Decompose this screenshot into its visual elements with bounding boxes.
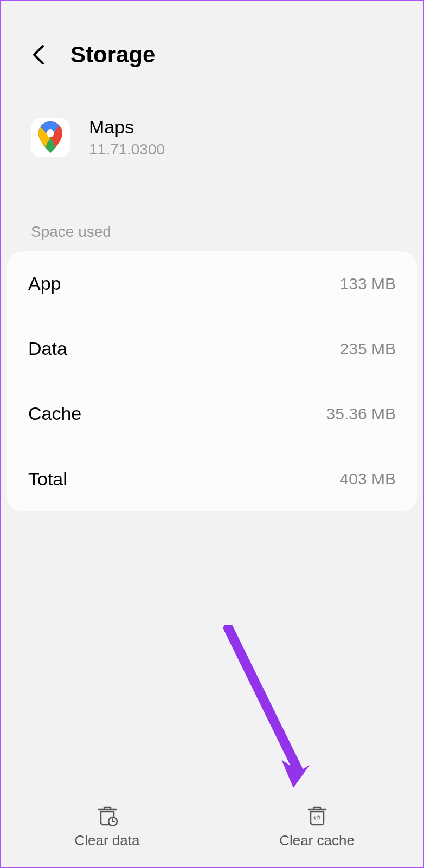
clear-cache-button[interactable]: Clear cache	[212, 786, 422, 867]
button-label: Clear cache	[279, 832, 355, 849]
row-label: Total	[28, 469, 67, 490]
row-value: 235 MB	[340, 340, 396, 358]
row-value: 35.36 MB	[326, 405, 396, 423]
row-value: 133 MB	[340, 275, 396, 293]
arrow-annotation	[217, 625, 326, 799]
button-label: Clear data	[75, 832, 140, 849]
app-name: Maps	[89, 116, 165, 138]
row-value: 403 MB	[340, 470, 396, 488]
page-title: Storage	[70, 42, 155, 68]
app-details: Maps 11.71.0300	[89, 116, 165, 158]
clear-data-button[interactable]: Clear data	[2, 786, 212, 867]
space-used-card: App 133 MB Data 235 MB Cache 35.36 MB To…	[7, 251, 417, 511]
row-label: Data	[28, 338, 67, 359]
svg-point-0	[47, 129, 54, 137]
row-data: Data 235 MB	[28, 316, 396, 381]
row-label: Cache	[28, 403, 81, 424]
app-icon	[31, 118, 70, 157]
trash-data-icon	[97, 804, 118, 826]
bottom-bar: Clear data Clear cache	[2, 786, 422, 867]
row-cache: Cache 35.36 MB	[28, 381, 396, 446]
trash-cache-icon	[306, 804, 328, 826]
header: Storage	[1, 1, 423, 68]
row-label: App	[28, 273, 61, 294]
row-app: App 133 MB	[28, 251, 396, 316]
row-total: Total 403 MB	[28, 446, 396, 511]
section-label: Space used	[1, 158, 423, 251]
app-version: 11.71.0300	[89, 141, 165, 158]
back-icon[interactable]	[31, 44, 46, 66]
maps-icon	[38, 121, 62, 154]
app-info: Maps 11.71.0300	[1, 68, 423, 158]
